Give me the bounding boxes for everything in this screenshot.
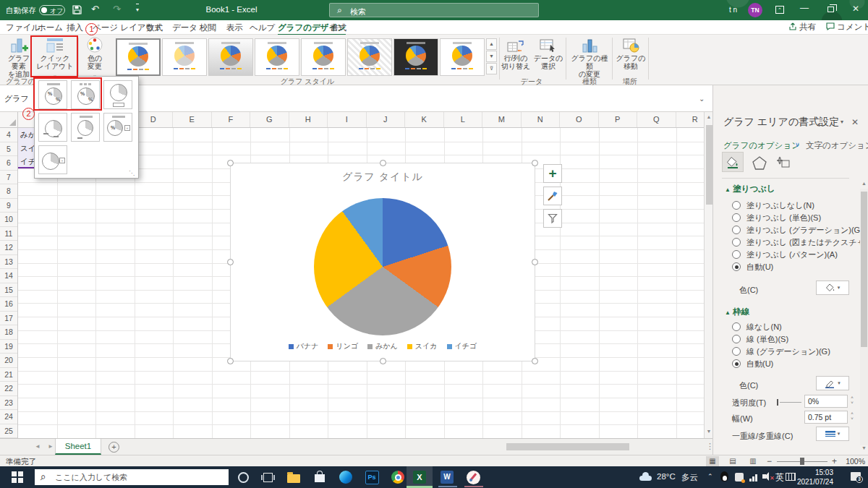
chart-filters-button[interactable] <box>543 209 562 228</box>
tab-home[interactable]: ホーム <box>38 22 63 33</box>
redo-icon[interactable]: ↷ <box>113 4 121 14</box>
radio-line-auto[interactable] <box>732 359 741 368</box>
transparency-slider-track[interactable] <box>780 402 801 403</box>
network-icon[interactable] <box>749 474 757 481</box>
chart-style-4[interactable] <box>255 38 299 76</box>
row-header-4[interactable]: 4 <box>0 128 17 142</box>
row-header-6[interactable]: 6 <box>0 156 17 171</box>
column-header-o[interactable]: O <box>560 112 599 127</box>
radio-label[interactable]: 自動(U) <box>746 262 773 273</box>
radio-label[interactable]: 塗りつぶし (単色)(S) <box>746 213 821 223</box>
tab-file[interactable]: ファイル <box>6 22 40 33</box>
chart-style-3[interactable] <box>208 38 253 76</box>
formula-bar-expand-icon[interactable]: ⌄ <box>699 95 705 103</box>
store-button[interactable] <box>308 466 331 488</box>
row-header-24[interactable]: 24 <box>0 410 17 424</box>
column-header-r[interactable]: R <box>676 112 705 127</box>
row-header-18[interactable]: 18 <box>0 325 17 340</box>
radio-label[interactable]: 線 (単色)(S) <box>746 334 788 345</box>
column-header-l[interactable]: L <box>444 112 483 127</box>
row-header-22[interactable]: 22 <box>0 382 17 396</box>
radio-label[interactable]: 塗りつぶしなし(N) <box>746 200 814 211</box>
page-break-view-icon[interactable]: ▥ <box>746 456 760 466</box>
layout-option-7[interactable]: + <box>38 145 67 174</box>
legend-item-1[interactable]: バナナ <box>289 341 319 351</box>
legend-item-2[interactable]: リンゴ <box>328 341 358 351</box>
column-header-n[interactable]: N <box>522 112 561 127</box>
column-header-d[interactable]: D <box>135 112 174 127</box>
sheet-nav-prev-icon[interactable]: ◄ <box>35 443 41 450</box>
radio-label[interactable]: 塗りつぶし (グラデーション)(G) <box>746 225 863 236</box>
save-icon[interactable] <box>72 5 82 16</box>
pane-scroll-down-icon[interactable]: ▼ <box>860 445 868 450</box>
row-header-7[interactable]: 7 <box>0 171 17 185</box>
quick-access-customize-icon[interactable]: ▾ <box>136 4 139 14</box>
qq-icon[interactable] <box>720 471 728 481</box>
radio-label[interactable]: 塗りつぶし (パターン)(A) <box>746 249 838 260</box>
row-header-8[interactable]: 8 <box>0 184 17 199</box>
edge-button[interactable] <box>334 466 357 488</box>
row-header-19[interactable]: 19 <box>0 340 17 354</box>
column-header-k[interactable]: K <box>405 112 444 127</box>
resize-handle[interactable] <box>380 160 386 166</box>
undo-icon[interactable]: ↶ <box>91 4 99 14</box>
fill-line-tab-button[interactable] <box>722 152 744 172</box>
row-header-17[interactable]: 17 <box>0 312 17 326</box>
tray-app-icon[interactable] <box>735 473 744 481</box>
tab-review[interactable]: 校閲 <box>200 22 216 33</box>
radio-label[interactable]: 線 (グラデーション)(G) <box>746 346 830 357</box>
select-all-corner[interactable] <box>0 112 18 127</box>
vertical-scroll-thumb[interactable] <box>706 125 712 205</box>
chart-styles-button[interactable] <box>543 187 562 205</box>
layout-option-3[interactable] <box>103 80 132 109</box>
autosave-toggle[interactable]: オフ <box>39 5 65 15</box>
tab-data[interactable]: データ <box>172 22 197 33</box>
zoom-level[interactable]: 100% <box>842 457 865 466</box>
resize-handle[interactable] <box>532 259 538 265</box>
layout-option-5[interactable] <box>71 113 100 142</box>
resize-handle[interactable] <box>532 358 538 364</box>
border-color-button[interactable]: ▾ <box>816 376 849 390</box>
page-layout-view-icon[interactable]: ▤ <box>726 456 739 466</box>
photoshop-button[interactable]: Ps <box>360 466 383 488</box>
tray-clock[interactable]: 15:03 2021/07/24 <box>790 468 833 487</box>
word-taskbar-button[interactable]: W <box>435 466 459 488</box>
resize-handle[interactable] <box>227 358 234 364</box>
horizontal-scroll-thumb[interactable] <box>506 443 629 450</box>
chart-legend[interactable]: バナナリンゴみかんスイカイチゴ <box>231 341 535 351</box>
normal-view-icon[interactable]: ▦ <box>706 456 719 466</box>
comment-button[interactable]: コメント <box>826 22 868 33</box>
chart-style-7[interactable] <box>393 38 438 76</box>
gallery-scroll-down-icon[interactable]: ▼ <box>486 51 497 62</box>
sheet-nav-next-icon[interactable]: ► <box>48 443 54 450</box>
row-header-16[interactable]: 16 <box>0 297 17 312</box>
zoom-slider-thumb[interactable] <box>800 458 804 465</box>
change-chart-type-button[interactable]: グラフの種類 の変更 <box>569 36 610 78</box>
chart-style-6[interactable] <box>347 38 392 76</box>
radio-fill-gradient[interactable] <box>732 226 741 234</box>
tab-formulas[interactable]: 数式 <box>146 22 163 33</box>
row-header-5[interactable]: 5 <box>0 142 17 157</box>
pane-tab-chart-options[interactable]: グラフのオプション <box>723 140 800 151</box>
sheet-tab-sheet1[interactable]: Sheet1 <box>55 439 101 455</box>
switch-row-column-button[interactable]: 行/列の 切り替え <box>501 36 531 70</box>
column-header-e[interactable]: E <box>173 112 212 127</box>
weather-temp[interactable]: 28°C <box>657 472 676 481</box>
pie-chart[interactable] <box>314 198 451 335</box>
chart-style-2[interactable] <box>162 38 207 76</box>
transparency-slider-thumb[interactable] <box>777 399 778 406</box>
row-header-11[interactable]: 11 <box>0 227 17 241</box>
fill-section-header[interactable]: ▲ 塗りつぶし <box>725 184 775 194</box>
chart-elements-button[interactable]: + <box>543 164 562 183</box>
radio-line-solid[interactable] <box>732 335 741 343</box>
row-header-9[interactable]: 9 <box>0 199 17 213</box>
start-button[interactable] <box>6 466 29 488</box>
resize-handle[interactable] <box>380 358 386 364</box>
column-header-g[interactable]: G <box>250 112 289 127</box>
share-button[interactable]: 共有 <box>788 22 816 33</box>
close-button[interactable]: ✕ <box>852 4 859 14</box>
layout-option-6[interactable]: %+ <box>103 113 132 142</box>
ribbon-display-options-icon[interactable]: ⌃ <box>775 6 784 14</box>
pane-scroll-thumb[interactable] <box>861 192 867 347</box>
select-data-button[interactable]: データの 選択 <box>532 36 564 70</box>
